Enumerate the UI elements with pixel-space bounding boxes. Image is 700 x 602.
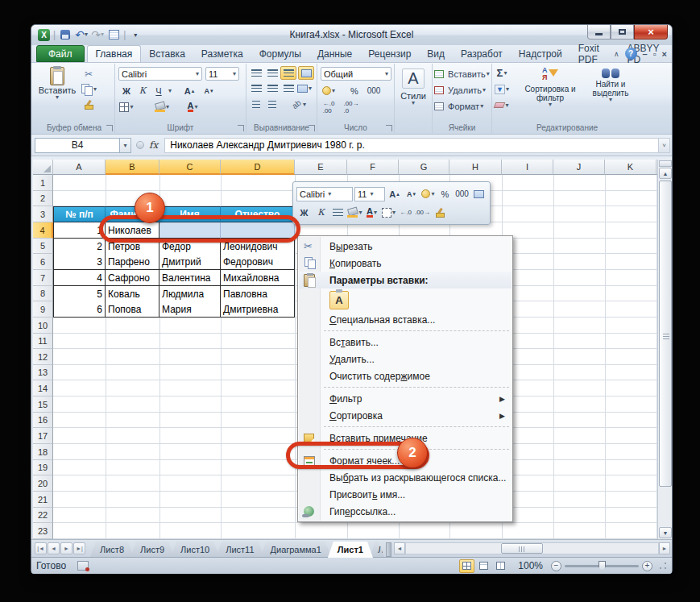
mini-italic-button[interactable]: К (313, 206, 329, 220)
workbook-minimize-button[interactable]: – (643, 49, 648, 59)
align-left-button[interactable] (248, 81, 264, 95)
accounting-format-button[interactable]: ▾ (321, 84, 337, 98)
mini-decrease-decimal-button[interactable]: .00→ (415, 206, 430, 220)
mini-borders-button[interactable]: ▾ (381, 206, 396, 220)
context-menu-item-copy[interactable]: Копировать (299, 255, 512, 272)
sheet-nav-prev-button[interactable]: ◄ (48, 542, 60, 554)
ribbon-tab-Вставка[interactable]: Вставка (141, 45, 193, 62)
collapse-ribbon-icon[interactable]: ∧ (614, 50, 619, 58)
align-bottom-button[interactable] (280, 66, 296, 80)
sheet-tab-Лист9[interactable]: Лист9 (130, 542, 174, 557)
scroll-up-button[interactable]: ▲ (659, 168, 672, 179)
sheet-nav-first-button[interactable]: |◄ (35, 542, 47, 554)
sheet-nav-last-button[interactable]: ►| (73, 542, 85, 554)
context-menu-item-filter[interactable]: Фильтр▶ (299, 390, 512, 407)
horizontal-scrollbar[interactable] (405, 542, 659, 554)
row-header-9[interactable]: 9 (33, 301, 53, 318)
mini-format-painter-button[interactable] (432, 206, 447, 220)
format-cells-button[interactable]: Формат▾ (434, 99, 491, 113)
font-size-select[interactable]: 11▾ (205, 67, 239, 81)
paste-button[interactable]: Вставить▾ (39, 67, 76, 100)
cell-C9[interactable]: Мария (159, 301, 221, 318)
increase-indent-button[interactable] (264, 98, 280, 111)
format-painter-button[interactable] (81, 98, 97, 111)
mini-shrink-font-button[interactable]: А▾ (404, 187, 419, 201)
expand-formula-bar-button[interactable]: ˅ (658, 138, 670, 153)
mini-accounting-button[interactable]: ▾ (420, 187, 436, 201)
ribbon-tab-Разметка[interactable]: Разметка (193, 45, 251, 62)
mini-comma-button[interactable]: 000 (454, 187, 470, 201)
scroll-down-button[interactable]: ▼ (659, 527, 672, 538)
number-dialog-launcher[interactable] (386, 125, 392, 131)
row-header-7[interactable]: 7 (33, 270, 53, 286)
context-menu-item-paste-special[interactable]: Специальная вставка... (299, 311, 512, 328)
mini-grow-font-button[interactable]: А▴ (387, 187, 402, 201)
column-header-C[interactable]: C (159, 160, 221, 175)
row-header-17[interactable]: 17 (33, 428, 53, 444)
row-header-13[interactable]: 13 (33, 365, 53, 380)
sheet-tab-Диаграмма1[interactable]: Диаграмма1 (261, 542, 331, 557)
row-header-12[interactable]: 12 (33, 349, 53, 365)
font-dialog-launcher[interactable] (238, 125, 244, 131)
context-menu-item-insert[interactable]: Вставить... (299, 334, 512, 351)
font-color-button[interactable]: А▾ (184, 100, 201, 114)
ribbon-tab-Рецензир[interactable]: Рецензир (360, 45, 419, 62)
cell-A9[interactable]: 6 (53, 301, 106, 318)
sort-filter-button[interactable]: АЯ Сортировка и фильтр▾ (521, 67, 579, 107)
ribbon-tab-Вид[interactable]: Вид (419, 45, 453, 62)
row-header-23[interactable]: 23 (33, 523, 53, 539)
cell-D8[interactable]: Павловна (221, 286, 295, 302)
row-header-11[interactable]: 11 (33, 334, 53, 349)
row-header-4[interactable]: 4 (33, 222, 53, 239)
horizontal-scroll-thumb[interactable] (501, 543, 543, 554)
mini-font-color-button[interactable]: А▾ (364, 206, 379, 220)
number-format-select[interactable]: Общий▾ (321, 67, 391, 81)
alignment-dialog-launcher[interactable] (309, 125, 315, 131)
sheet-tab-Лист8[interactable]: Лист8 (90, 542, 134, 557)
mini-font-size-select[interactable]: 11▾ (354, 187, 385, 201)
hscroll-left-button[interactable]: ◄ (394, 542, 405, 554)
ribbon-tab-Формулы[interactable]: Формулы (251, 45, 309, 62)
context-menu-item-pick-from-list[interactable]: Выбрать из раскрывающегося списка... (299, 469, 512, 486)
mini-bold-button[interactable]: Ж (296, 206, 312, 220)
row-header-3[interactable]: 3 (33, 206, 53, 222)
ribbon-tab-Данные[interactable]: Данные (309, 45, 360, 62)
underline-button[interactable]: Ч (151, 84, 167, 98)
vertical-scrollbar[interactable]: ▲ ▼ (657, 160, 672, 539)
row-header-19[interactable]: 19 (33, 460, 53, 475)
formula-input[interactable]: Николаев Александр Дмитриевич 1980 г. р. (164, 138, 658, 153)
context-menu-item-paste-options[interactable]: Параметры вставки: (299, 272, 512, 289)
ribbon-tab-Файл[interactable]: Файл (36, 45, 85, 62)
ribbon-tab-Разработ[interactable]: Разработ (453, 45, 511, 62)
row-header-5[interactable]: 5 (33, 239, 53, 254)
mini-center-button[interactable] (330, 206, 346, 220)
ribbon-tab-Главная[interactable]: Главная (87, 45, 142, 62)
column-header-K[interactable]: K (605, 160, 657, 175)
underline-dropdown[interactable]: ▾ (168, 89, 172, 93)
sheet-tab-Лист10[interactable]: Лист10 (171, 542, 219, 557)
mini-merge-center-button[interactable] (471, 187, 487, 201)
fill-button[interactable]: ▼▾ (494, 82, 510, 96)
cut-button[interactable]: ✂ (81, 67, 97, 81)
zoom-slider-thumb[interactable] (599, 561, 606, 571)
clear-button[interactable]: ▾ (494, 98, 510, 112)
context-menu-item-hyperlink[interactable]: Гиперссылка... (299, 503, 512, 520)
normal-view-button[interactable] (459, 559, 474, 573)
cell-B7[interactable]: Сафроно (106, 270, 159, 286)
cell-B6[interactable]: Парфено (106, 254, 159, 270)
styles-button[interactable]: А Стили▾ (398, 69, 429, 106)
row-header-14[interactable]: 14 (33, 380, 53, 396)
cell-B9[interactable]: Попова (106, 301, 159, 318)
sheet-tab-Лист11[interactable]: Лист11 (216, 542, 263, 557)
macro-record-icon[interactable] (77, 561, 89, 571)
font-family-select[interactable]: Calibri▾ (118, 67, 202, 81)
cell-C7[interactable]: Валентина (159, 270, 221, 286)
formula-bar-handle[interactable] (136, 141, 144, 149)
context-menu-item-clear-contents[interactable]: Очистить содержимое (299, 367, 512, 384)
align-right-button[interactable] (280, 81, 296, 95)
borders-button[interactable]: ▾ (118, 100, 135, 114)
context-menu-item-define-name[interactable]: Присвоить имя... (299, 486, 512, 503)
merge-center-button[interactable]: ▾ (296, 81, 313, 95)
clipboard-dialog-launcher[interactable] (106, 125, 113, 131)
align-top-button[interactable] (248, 66, 264, 80)
